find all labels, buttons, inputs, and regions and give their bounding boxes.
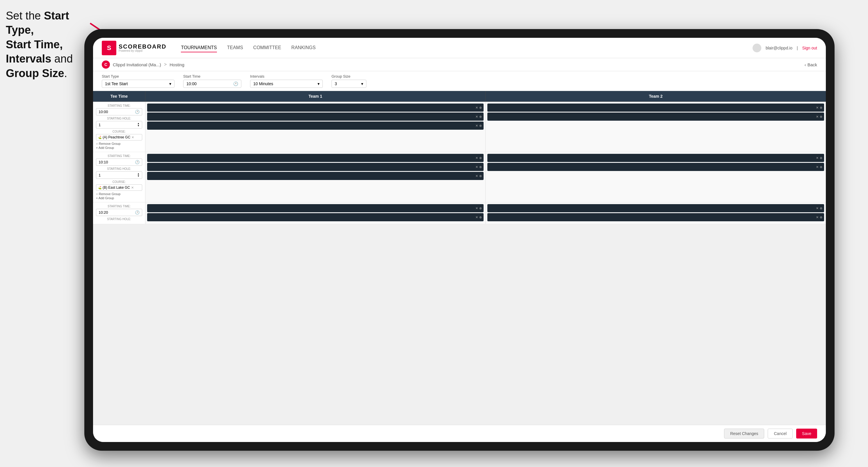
group2-team1-p3-expand[interactable]: ⊕: [479, 174, 482, 178]
group1-hole-input[interactable]: 1 ▲▼: [96, 121, 142, 128]
start-type-select[interactable]: 1st Tee Start ▾: [102, 80, 175, 88]
breadcrumb-bar: C Clippd Invitational (Ma...) > Hosting …: [93, 58, 826, 71]
group2-team2-player1: ✕ ⊕: [487, 154, 824, 162]
group-size-select[interactable]: 3 ▾: [332, 80, 366, 88]
group3-team2-player1: ✕ ⊕: [487, 204, 824, 212]
nav-links: TOURNAMENTS TEAMS COMMITTEE RANKINGS: [181, 43, 752, 52]
group1-team1-p1-expand[interactable]: ⊕: [479, 106, 482, 110]
group-row-1: STARTING TIME: 10:00 🕐 STARTING HOLE: 1 …: [93, 102, 826, 152]
group1-course-label: COURSE:: [96, 130, 142, 133]
group1-team2-p1-close[interactable]: ✕: [816, 106, 818, 110]
settings-bar: Start Type 1st Tee Start ▾ Start Time 10…: [93, 71, 826, 91]
group2-starting-time-input[interactable]: 10:10 🕐: [96, 158, 142, 166]
group-size-field: Group Size 3 ▾: [332, 74, 366, 88]
group2-team2-p1-expand[interactable]: ⊕: [820, 156, 823, 160]
breadcrumb-tournament[interactable]: Clippd Invitational (Ma...): [113, 62, 161, 67]
group2-team1-p2-close[interactable]: ✕: [475, 165, 478, 169]
group3-team2-player2: ✕ ⊕: [487, 213, 824, 221]
save-button[interactable]: Save: [796, 429, 817, 438]
group2-course-label: COURSE:: [96, 180, 142, 184]
group2-team2-p2-expand[interactable]: ⊕: [820, 165, 823, 169]
group1-team2-p2-expand[interactable]: ⊕: [820, 115, 823, 119]
group1-team1-p3-expand[interactable]: ⊕: [479, 124, 482, 128]
start-type-field: Start Type 1st Tee Start ▾: [102, 74, 175, 88]
group2-time-value: 10:10: [99, 160, 108, 164]
group2-team1-p3-close[interactable]: ✕: [475, 174, 478, 178]
group2-team1-player1: ✕ ⊕: [147, 154, 484, 162]
group1-course-tag: ⛳ (A) Peachtree GC ✕: [96, 134, 142, 141]
group-size-value: 3: [335, 82, 337, 86]
group1-remove-group-btn[interactable]: ○ Remove Group: [96, 142, 142, 146]
back-button[interactable]: ‹ Back: [805, 62, 817, 67]
group1-add-group-btn[interactable]: + Add Group: [96, 146, 142, 150]
table-header: Tee Time Team 1 Team 2: [93, 91, 826, 102]
instruction-period: .: [64, 67, 67, 80]
group2-team1-p1-expand[interactable]: ⊕: [479, 156, 482, 160]
group3-team2-p1-expand[interactable]: ⊕: [820, 207, 823, 210]
start-time-select[interactable]: 10:00 🕐: [183, 80, 241, 88]
group1-starting-time-input[interactable]: 10:00 🕐: [96, 108, 142, 116]
group2-hole-spinners: ▲▼: [137, 173, 140, 177]
nav-tournaments[interactable]: TOURNAMENTS: [181, 43, 217, 52]
group1-time-icon: 🕐: [135, 110, 140, 114]
group2-remove-group-btn[interactable]: ○ Remove Group: [96, 192, 142, 196]
nav-teams[interactable]: TEAMS: [227, 43, 243, 52]
group3-team2-p2-close[interactable]: ✕: [816, 215, 818, 219]
group1-team1-p2-close[interactable]: ✕: [475, 115, 478, 119]
breadcrumb: C Clippd Invitational (Ma...) > Hosting: [102, 61, 184, 69]
group2-team1-col: ✕ ⊕ ✕ ⊕ ✕ ⊕: [145, 152, 486, 202]
group2-hole-label: STARTING HOLE:: [96, 167, 142, 170]
group1-team2-p2-close[interactable]: ✕: [816, 115, 818, 119]
instruction-text-line1: Set the Start Type,: [6, 9, 69, 36]
group2-hole-input[interactable]: 1 ▲▼: [96, 171, 142, 179]
table-col2-header: Team 1: [145, 91, 486, 101]
nav-rankings[interactable]: RANKINGS: [291, 43, 316, 52]
nav-committee[interactable]: COMMITTEE: [253, 43, 281, 52]
group3-team2-p2-expand[interactable]: ⊕: [820, 215, 823, 219]
group3-team1-p1-close[interactable]: ✕: [475, 207, 478, 210]
group1-course-name: (A) Peachtree GC: [103, 135, 130, 139]
group3-starting-time-input[interactable]: 10:20 🕐: [96, 209, 142, 216]
group1-team1-p3-close[interactable]: ✕: [475, 124, 478, 128]
group3-team1-player1: ✕ ⊕: [147, 204, 484, 212]
cancel-button[interactable]: Cancel: [768, 429, 793, 438]
group1-team1-p1-close[interactable]: ✕: [475, 106, 478, 110]
group2-add-group-btn[interactable]: + Add Group: [96, 196, 142, 200]
reset-changes-button[interactable]: Reset Changes: [724, 429, 765, 438]
group2-team1-p1-close[interactable]: ✕: [475, 156, 478, 160]
group2-starting-time-label: STARTING TIME:: [96, 154, 142, 158]
group2-team1-p2-expand[interactable]: ⊕: [479, 165, 482, 169]
group1-starting-time-label: STARTING TIME:: [96, 104, 142, 107]
start-type-label: Start Type: [102, 74, 175, 79]
group3-team1-player2: ✕ ⊕: [147, 213, 484, 221]
intervals-select[interactable]: 10 Minutes ▾: [250, 80, 323, 88]
group1-hole-value: 1: [99, 123, 101, 127]
intervals-chevron: ▾: [317, 82, 319, 86]
group1-team1-p2-expand[interactable]: ⊕: [479, 115, 482, 119]
group1-team2-player1: ✕ ⊕: [487, 103, 824, 112]
group3-team2-p1-close[interactable]: ✕: [816, 207, 818, 210]
tablet-screen: S SCOREBOARD Powered by clippd TOURNAMEN…: [93, 38, 826, 442]
start-type-chevron: ▾: [169, 82, 171, 86]
group1-course-remove[interactable]: ✕: [131, 135, 134, 139]
group2-team2-p2-close[interactable]: ✕: [816, 165, 818, 169]
group2-team2-col: ✕ ⊕ ✕ ⊕: [486, 152, 826, 202]
group2-course-icon: ⛳: [98, 186, 101, 189]
group3-team1-p1-expand[interactable]: ⊕: [479, 207, 482, 210]
sign-out-link[interactable]: Sign out: [802, 45, 817, 50]
start-type-value: 1st Tee Start: [105, 82, 128, 86]
group2-team2-p1-close[interactable]: ✕: [816, 156, 818, 160]
back-label: Back: [807, 62, 817, 67]
tablet-device: S SCOREBOARD Powered by clippd TOURNAMEN…: [84, 29, 835, 451]
group3-starting-time-label: STARTING TIME:: [96, 205, 142, 208]
group1-left: STARTING TIME: 10:00 🕐 STARTING HOLE: 1 …: [93, 102, 145, 152]
logo: S SCOREBOARD Powered by clippd: [102, 41, 166, 55]
group3-team1-p2-close[interactable]: ✕: [475, 215, 478, 219]
logo-text-block: SCOREBOARD Powered by clippd: [119, 43, 166, 52]
group3-team1-p2-expand[interactable]: ⊕: [479, 215, 482, 219]
nav-separator: |: [797, 45, 798, 50]
logo-letter: S: [107, 44, 112, 52]
group2-course-remove[interactable]: ✕: [131, 186, 134, 190]
group1-time-value: 10:00: [99, 110, 108, 114]
group1-team2-p1-expand[interactable]: ⊕: [820, 106, 823, 110]
